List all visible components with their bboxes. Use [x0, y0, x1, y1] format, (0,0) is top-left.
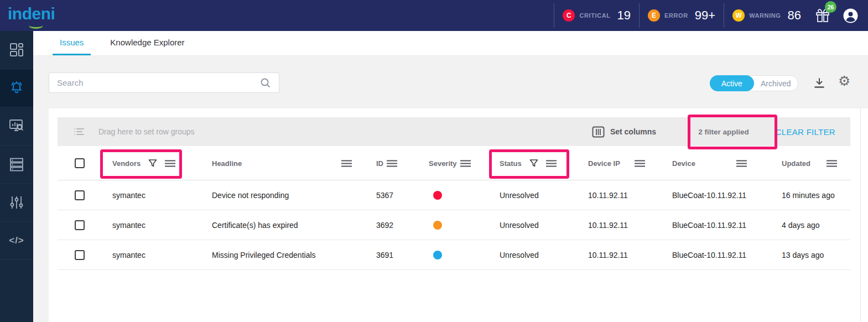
error-count: 99+ [695, 8, 715, 23]
divider [724, 3, 724, 28]
settings-gear-icon[interactable]: ⚙ [838, 74, 850, 88]
sidebar-item-issues-alerts[interactable] [0, 69, 33, 107]
status-cell: Unresolved [481, 180, 575, 210]
monitoring-search-icon [9, 118, 24, 134]
vendors-filter-icon[interactable] [148, 159, 157, 168]
vendor-cell: symantec [100, 210, 199, 240]
warning-icon: W [732, 9, 745, 22]
user-avatar[interactable] [843, 8, 858, 23]
critical-count: 19 [617, 8, 631, 23]
critical-counter[interactable]: C CRITICAL 19 [563, 8, 631, 23]
updated-header-label: Updated [782, 159, 810, 168]
updated-column-menu-icon[interactable] [827, 160, 837, 167]
settings-sliders-icon [9, 195, 24, 210]
vendor-cell: symantec [100, 240, 199, 269]
gift-button[interactable]: 26 [814, 6, 831, 25]
headline-cell: Certificate(s) has expired [199, 210, 365, 240]
row-checkbox[interactable] [75, 220, 85, 230]
divider [639, 3, 640, 28]
search-input[interactable] [49, 78, 260, 87]
set-columns-icon [592, 126, 605, 138]
tab-bar: Issues Knowledge Explorer [33, 31, 868, 56]
id-cell: 3691 [365, 240, 409, 269]
status-cell: Unresolved [481, 240, 575, 269]
column-header-device[interactable]: Device [658, 147, 769, 180]
row-checkbox[interactable] [75, 190, 85, 200]
code-icon: </> [9, 235, 24, 246]
device-ip-header-label: Device IP [588, 159, 620, 168]
issues-table: Drag here to set row groups Set columns … [49, 108, 868, 322]
column-header-device-ip[interactable]: Device IP [575, 147, 658, 180]
sidebar-item-settings[interactable] [0, 184, 33, 222]
warning-count: 86 [788, 8, 801, 23]
headline-cell: Missing Privileged Credentials [199, 240, 365, 269]
device-ip-cell: 10.11.92.11 [575, 180, 658, 210]
column-header-headline[interactable]: Headline [199, 147, 365, 180]
severity-header-label: Severity [429, 159, 457, 168]
id-cell: 5367 [365, 180, 409, 210]
search-box [49, 72, 279, 93]
row-checkbox[interactable] [75, 250, 85, 260]
updated-cell: 13 days ago [769, 240, 850, 269]
drag-hint-text: Drag here to set row groups [98, 127, 195, 136]
warning-counter[interactable]: W WARNING 86 [732, 8, 801, 23]
error-counter[interactable]: E ERROR 99+ [648, 8, 715, 23]
sidebar-item-api[interactable]: </> [0, 222, 33, 260]
table-row[interactable]: symantec Device not responding 5367 Unre… [58, 180, 850, 210]
headline-column-menu-icon[interactable] [341, 160, 352, 167]
column-header-severity[interactable]: Severity [409, 147, 481, 180]
updated-cell: 16 minutes ago [769, 180, 850, 210]
critical-label: CRITICAL [579, 12, 610, 19]
vendors-column-menu-icon[interactable] [165, 160, 175, 167]
clear-filter-link[interactable]: CLEAR FILTER [776, 127, 835, 137]
column-header-status[interactable]: Status [481, 147, 575, 180]
filters-applied-badge[interactable]: 2 filter applied [698, 128, 749, 136]
row-groups-icon [74, 128, 84, 136]
row-group-bar: Drag here to set row groups Set columns … [58, 117, 850, 146]
main-content: Active Archived ⚙ Drag here to set row g… [33, 56, 868, 322]
dashboard-icon [9, 43, 24, 57]
column-header-vendors[interactable]: Vendors [100, 147, 199, 180]
id-column-menu-icon[interactable] [387, 160, 397, 167]
device-cell: BlueCoat-10.11.92.11 [658, 210, 769, 240]
device-ip-cell: 10.11.92.11 [575, 210, 658, 240]
severity-error-dot [433, 221, 442, 230]
device-ip-cell: 10.11.92.11 [575, 240, 658, 269]
severity-column-menu-icon[interactable] [460, 160, 471, 167]
device-header-label: Device [672, 159, 695, 168]
id-cell: 3692 [365, 210, 409, 240]
select-all-checkbox[interactable] [75, 158, 85, 168]
device-column-menu-icon[interactable] [736, 160, 747, 167]
id-header-label: ID [376, 159, 383, 168]
column-header-id[interactable]: ID [365, 147, 409, 180]
alerts-bell-icon [9, 80, 24, 96]
toggle-option-active[interactable]: Active [710, 75, 754, 91]
sidebar-item-monitoring[interactable] [0, 107, 33, 146]
table-row[interactable]: symantec Certificate(s) has expired 3692… [58, 210, 850, 240]
column-header-updated[interactable]: Updated [769, 147, 850, 180]
table-row[interactable]: symantec Missing Privileged Credentials … [58, 240, 850, 270]
device-cell: BlueCoat-10.11.92.11 [658, 180, 769, 210]
table-header-row: Vendors Headline ID [58, 147, 850, 180]
set-columns-button[interactable]: Set columns [592, 126, 656, 138]
top-bar: indeni C CRITICAL 19 E ERROR 99+ W WARNI… [0, 0, 868, 31]
device-cell: BlueCoat-10.11.92.11 [658, 240, 769, 269]
toggle-option-archived[interactable]: Archived [754, 75, 798, 91]
updated-cell: 4 days ago [769, 210, 850, 240]
indeni-logo: indeni [8, 4, 55, 23]
device-ip-column-menu-icon[interactable] [635, 160, 645, 167]
status-filter-icon[interactable] [529, 159, 538, 168]
error-icon: E [648, 9, 660, 22]
sidebar-item-dashboard[interactable] [0, 31, 33, 69]
search-icon [260, 77, 271, 89]
tab-knowledge-explorer[interactable]: Knowledge Explorer [103, 31, 191, 55]
gift-badge: 26 [825, 1, 836, 13]
status-column-menu-icon[interactable] [546, 160, 557, 167]
scrollbar-track[interactable] [860, 108, 861, 322]
tab-issues[interactable]: Issues [53, 31, 91, 55]
vendor-cell: symantec [100, 180, 199, 210]
sidebar-item-devices[interactable] [0, 146, 33, 184]
vendors-header-label: Vendors [112, 159, 141, 168]
status-cell: Unresolved [481, 210, 575, 240]
download-button[interactable] [813, 77, 825, 89]
